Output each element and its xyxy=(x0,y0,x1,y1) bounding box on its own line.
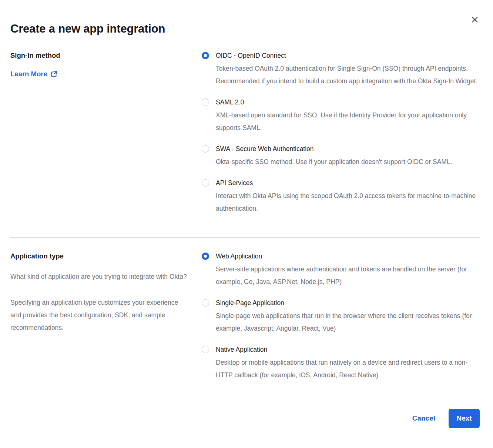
radio-option-description: Desktop or mobile applications that run … xyxy=(216,356,480,381)
radio-option-native-application[interactable]: Native Application Desktop or mobile app… xyxy=(202,345,480,381)
learn-more-label: Learn More xyxy=(10,70,47,78)
radio-option-single-page-application[interactable]: Single-Page Application Single-page web … xyxy=(202,298,480,335)
radio-icon[interactable] xyxy=(202,346,209,353)
radio-option-description: Okta-specific SSO method. Use if your ap… xyxy=(216,156,452,168)
radio-option-label: OIDC - OpenID Connect xyxy=(216,51,480,60)
radio-icon[interactable] xyxy=(202,299,209,307)
application-type-question: What kind of application are you trying … xyxy=(10,270,188,283)
radio-option-label: Single-Page Application xyxy=(216,298,480,307)
dialog-footer: Cancel Next xyxy=(10,409,480,428)
radio-option-label: API Services xyxy=(216,178,480,187)
signin-method-section: Sign-in method Learn More OIDC - OpenID … xyxy=(10,51,480,225)
radio-option-api-services[interactable]: API Services Interact with Okta APIs usi… xyxy=(202,178,480,215)
radio-option-label: Native Application xyxy=(216,345,480,354)
radio-option-saml[interactable]: SAML 2.0 XML-based open standard for SSO… xyxy=(202,98,480,134)
signin-method-options: OIDC - OpenID Connect Token-based OAuth … xyxy=(202,51,480,225)
dialog-title: Create a new app integration xyxy=(10,22,480,36)
learn-more-link[interactable]: Learn More xyxy=(10,70,57,78)
signin-method-left-column: Sign-in method Learn More xyxy=(10,51,202,225)
radio-icon[interactable] xyxy=(202,179,209,187)
application-type-label: Application type xyxy=(10,252,191,261)
radio-option-label: SWA - Secure Web Authentication xyxy=(216,144,452,153)
application-type-explanation: Specifying an application type customize… xyxy=(10,296,188,334)
radio-option-label: SAML 2.0 xyxy=(216,98,480,107)
signin-method-label: Sign-in method xyxy=(10,51,191,60)
radio-icon[interactable] xyxy=(202,145,209,153)
external-link-icon xyxy=(51,71,57,77)
radio-icon[interactable] xyxy=(202,52,209,59)
radio-option-description: Interact with Okta APIs using the scoped… xyxy=(216,190,480,215)
application-type-section: Application type What kind of applicatio… xyxy=(10,252,480,392)
radio-icon[interactable] xyxy=(202,98,209,106)
section-divider xyxy=(10,237,480,238)
close-button[interactable] xyxy=(470,15,480,24)
radio-option-description: Server-side applications where authentic… xyxy=(216,263,480,288)
close-icon xyxy=(472,16,478,23)
application-type-left-column: Application type What kind of applicatio… xyxy=(10,252,202,392)
radio-option-label: Web Application xyxy=(216,252,480,261)
radio-option-description: Single-page web applications that run in… xyxy=(216,310,480,335)
cancel-button[interactable]: Cancel xyxy=(412,414,435,422)
application-type-options: Web Application Server-side applications… xyxy=(202,252,480,392)
radio-option-description: Token-based OAuth 2.0 authentication for… xyxy=(216,62,480,87)
create-app-integration-dialog: Create a new app integration Sign-in met… xyxy=(0,0,493,448)
radio-option-swa[interactable]: SWA - Secure Web Authentication Okta-spe… xyxy=(202,144,480,168)
radio-option-web-application[interactable]: Web Application Server-side applications… xyxy=(202,252,480,288)
radio-icon[interactable] xyxy=(202,253,209,260)
radio-option-oidc[interactable]: OIDC - OpenID Connect Token-based OAuth … xyxy=(202,51,480,87)
next-button[interactable]: Next xyxy=(449,409,480,428)
radio-option-description: XML-based open standard for SSO. Use if … xyxy=(216,109,480,134)
